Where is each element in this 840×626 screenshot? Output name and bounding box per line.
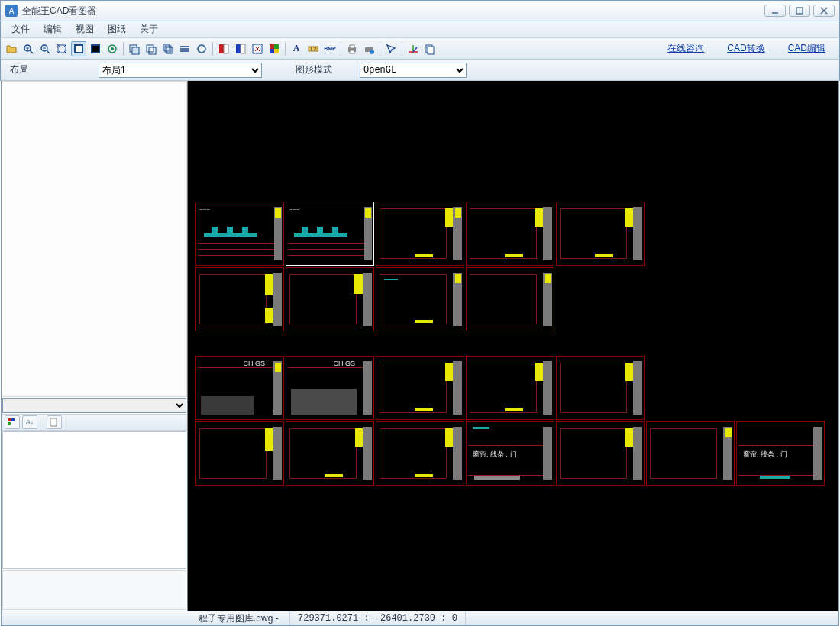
- svg-rect-1: [796, 8, 803, 14]
- menubar: 文件 编辑 视图 图纸 关于: [0, 21, 840, 38]
- layout-thumb[interactable]: [376, 356, 464, 420]
- circle-icon[interactable]: [194, 41, 209, 56]
- layout-thumb[interactable]: [376, 421, 464, 486]
- zoom-in-icon[interactable]: [21, 41, 36, 56]
- layout-thumb[interactable]: 窗帘. 线条 . 门: [466, 421, 554, 486]
- link-consult[interactable]: 在线咨询: [667, 42, 704, 55]
- arrow-tool-icon[interactable]: [383, 41, 399, 56]
- layout-select[interactable]: 布局1: [99, 63, 262, 78]
- main-area: A↓ === ===: [1, 81, 839, 611]
- window-controls: [764, 5, 835, 17]
- menu-view[interactable]: 视图: [69, 21, 100, 37]
- color-blue-icon[interactable]: [233, 41, 248, 56]
- layer-stack-icon[interactable]: [160, 41, 176, 56]
- drawing-viewport[interactable]: === ===: [188, 81, 838, 611]
- app-icon: A: [5, 5, 18, 17]
- layout-thumb[interactable]: [466, 267, 554, 331]
- bmp-export-icon[interactable]: BMP: [322, 41, 338, 56]
- svg-rect-20: [147, 45, 153, 52]
- layout-thumb[interactable]: [195, 267, 284, 331]
- svg-rect-33: [270, 49, 274, 53]
- menu-file[interactable]: 文件: [5, 21, 36, 37]
- property-grid[interactable]: [2, 431, 186, 569]
- status-filename: 程子专用图库.dwg -: [191, 611, 290, 625]
- link-convert[interactable]: CAD转换: [727, 42, 764, 55]
- mode-select[interactable]: OpenGL: [360, 63, 467, 78]
- grid-color-icon[interactable]: [267, 41, 282, 56]
- svg-rect-29: [241, 44, 245, 53]
- sub-toolbar: 布局 布局1 图形模式 OpenGL: [0, 60, 840, 81]
- svg-rect-26: [219, 44, 224, 53]
- menu-edit[interactable]: 编辑: [37, 21, 68, 37]
- svg-rect-34: [274, 49, 279, 53]
- svg-point-41: [370, 50, 374, 54]
- layout-thumb[interactable]: [286, 267, 374, 331]
- prop-pages-icon[interactable]: [47, 415, 62, 429]
- layout-thumb[interactable]: [195, 421, 284, 486]
- axis-icon[interactable]: [405, 41, 421, 56]
- layout-thumb[interactable]: [376, 267, 464, 331]
- color-red-icon[interactable]: [216, 41, 231, 56]
- svg-rect-28: [236, 44, 241, 53]
- svg-rect-46: [428, 47, 434, 54]
- close-button[interactable]: [813, 5, 835, 17]
- layout-thumb[interactable]: 窗帘. 线条 . 门: [736, 421, 825, 486]
- layout-thumb[interactable]: ===: [195, 202, 284, 266]
- dimension-icon[interactable]: 1.2: [305, 41, 321, 56]
- titlebar: A 全能王CAD看图器: [0, 0, 840, 21]
- maximize-button[interactable]: [789, 5, 810, 17]
- svg-rect-31: [270, 44, 274, 49]
- minimize-button[interactable]: [764, 5, 786, 17]
- layers-icon[interactable]: [177, 41, 192, 56]
- zoom-out-icon[interactable]: [37, 41, 53, 56]
- layout-label: 布局: [10, 63, 80, 76]
- svg-rect-48: [11, 418, 15, 421]
- print-icon[interactable]: [344, 41, 360, 56]
- layout-thumb[interactable]: CH GS: [286, 356, 374, 420]
- mode-label: 图形模式: [296, 63, 341, 76]
- layer-tree[interactable]: [2, 81, 187, 397]
- layout-thumb-selected[interactable]: ===: [286, 202, 374, 266]
- open-icon[interactable]: [4, 41, 19, 56]
- layout-thumb[interactable]: [646, 421, 735, 486]
- svg-rect-15: [92, 46, 99, 52]
- svg-rect-27: [224, 44, 228, 53]
- svg-point-25: [198, 45, 205, 53]
- toolbar-separator: [285, 42, 286, 56]
- layout-thumb[interactable]: [556, 202, 645, 266]
- prop-alphabetical-icon[interactable]: A↓: [22, 415, 37, 429]
- text-tool-icon[interactable]: A: [289, 41, 304, 56]
- link-editcad[interactable]: CAD编辑: [788, 42, 825, 55]
- layout-thumb[interactable]: [466, 202, 554, 266]
- layer-2-icon[interactable]: [144, 41, 159, 56]
- property-description: [2, 570, 186, 610]
- layout-thumb[interactable]: [376, 202, 464, 266]
- orbit-icon[interactable]: [105, 41, 120, 56]
- pan-icon[interactable]: [71, 41, 86, 56]
- layout-thumb[interactable]: [556, 356, 645, 420]
- svg-rect-38: [350, 45, 354, 48]
- svg-rect-21: [149, 47, 156, 54]
- menu-drawing[interactable]: 图纸: [102, 21, 132, 37]
- layer-1-icon[interactable]: [127, 41, 142, 56]
- status-coordinates: 729371.0271 : -26401.2739 : 0: [290, 611, 466, 625]
- prop-categorized-icon[interactable]: [5, 415, 20, 429]
- layout-thumb[interactable]: [286, 421, 374, 486]
- menu-about[interactable]: 关于: [134, 21, 164, 37]
- svg-rect-50: [50, 418, 57, 426]
- print-options-icon[interactable]: [361, 41, 376, 56]
- window-title: 全能王CAD看图器: [22, 5, 764, 18]
- svg-line-9: [47, 50, 50, 53]
- layout-thumb[interactable]: CH GS: [195, 356, 284, 420]
- fit-window-icon[interactable]: [250, 41, 265, 56]
- svg-text:1.2: 1.2: [310, 47, 317, 51]
- object-dropdown[interactable]: [2, 398, 186, 413]
- layout-thumb[interactable]: [466, 356, 554, 420]
- window-select-icon[interactable]: [88, 41, 103, 56]
- svg-rect-13: [76, 46, 82, 52]
- layout-thumb[interactable]: [556, 421, 645, 486]
- svg-line-5: [30, 50, 33, 53]
- copy-icon[interactable]: [422, 41, 438, 56]
- zoom-extents-icon[interactable]: [54, 41, 69, 56]
- svg-rect-32: [274, 44, 279, 49]
